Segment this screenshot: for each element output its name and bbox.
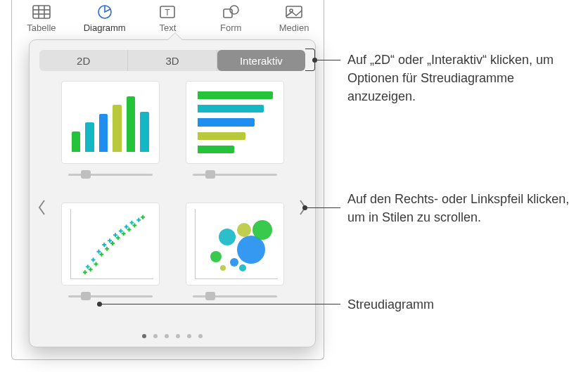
toolbar: Tabelle Diagramm T Text Form Medien	[12, 0, 324, 38]
page-dot[interactable]	[176, 334, 180, 338]
toolbar-label: Medien	[279, 23, 309, 33]
chart-option-column[interactable]	[58, 81, 162, 191]
toolbar-label: Diagramm	[84, 23, 126, 33]
svg-point-58	[237, 236, 265, 264]
chart-option-bar[interactable]	[182, 81, 287, 191]
segmented-control: 2D 3D Interaktiv	[39, 50, 305, 71]
seg-2d[interactable]: 2D	[39, 50, 128, 71]
toolbar-form[interactable]: Form	[207, 3, 255, 33]
seg-3d[interactable]: 3D	[128, 50, 217, 71]
style-slider[interactable]	[68, 171, 153, 178]
callout-leader	[315, 60, 340, 60]
column-chart-thumb	[61, 81, 160, 164]
page-dot[interactable]	[198, 334, 203, 338]
media-icon	[284, 3, 304, 21]
svg-rect-8	[224, 9, 232, 18]
callout-scatter: Streudiagramm	[347, 295, 434, 314]
shape-icon	[221, 3, 241, 21]
chart-icon	[95, 3, 115, 21]
page-dot[interactable]	[165, 334, 169, 338]
page-dot[interactable]	[187, 334, 191, 338]
toolbar-text[interactable]: T Text	[144, 3, 192, 33]
svg-point-55	[219, 229, 236, 245]
svg-point-60	[239, 264, 246, 271]
chevron-left-icon[interactable]	[34, 193, 51, 222]
page-dot[interactable]	[142, 334, 146, 338]
app-frame: Tabelle Diagramm T Text Form Medien	[11, 0, 324, 360]
page-dots[interactable]	[30, 334, 315, 338]
chart-grid	[58, 81, 287, 313]
chart-popover: 2D 3D Interaktiv	[29, 39, 316, 347]
page-dot[interactable]	[153, 334, 158, 338]
chart-option-scatter[interactable]	[58, 203, 162, 313]
bar-chart-thumb	[186, 81, 284, 164]
bubble-chart-thumb	[186, 203, 284, 286]
toolbar-label: Text	[160, 23, 177, 33]
svg-text:T: T	[165, 8, 171, 18]
callout-segmented: Auf „2D“ oder „Interaktiv“ klicken, um O…	[347, 51, 573, 105]
style-slider[interactable]	[193, 171, 277, 178]
callout-leader	[305, 207, 340, 208]
svg-point-56	[230, 258, 238, 267]
callout-leader	[100, 304, 340, 304]
svg-point-57	[237, 223, 251, 237]
svg-point-61	[220, 265, 226, 271]
toolbar-diagramm[interactable]: Diagramm	[81, 3, 129, 33]
toolbar-medien[interactable]: Medien	[270, 3, 318, 33]
callout-arrows: Auf den Rechts- oder Linkspfeil klicken,…	[347, 190, 573, 226]
text-icon: T	[158, 3, 177, 21]
style-slider[interactable]	[193, 293, 277, 300]
style-slider[interactable]	[68, 293, 153, 300]
toolbar-label: Form	[220, 23, 241, 33]
chart-option-bubble[interactable]	[182, 203, 287, 313]
scatter-chart-thumb	[61, 203, 160, 286]
svg-rect-0	[33, 6, 50, 18]
toolbar-label: Tabelle	[27, 23, 56, 33]
table-icon	[32, 3, 51, 21]
toolbar-tabelle[interactable]: Tabelle	[18, 3, 65, 33]
svg-point-59	[253, 220, 272, 240]
svg-point-54	[210, 251, 222, 262]
seg-interaktiv[interactable]: Interaktiv	[217, 50, 305, 71]
